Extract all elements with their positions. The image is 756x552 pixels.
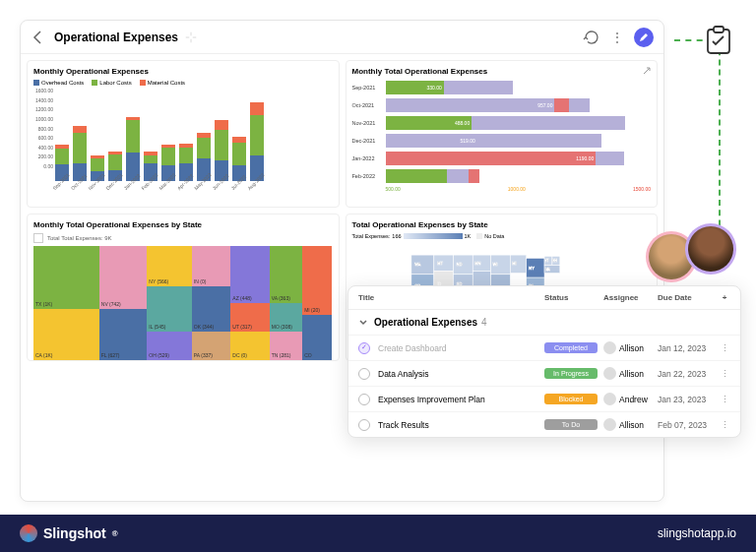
group-title: Operational Expenses [374, 317, 477, 328]
add-task-button[interactable]: + [719, 293, 730, 302]
more-icon[interactable]: ⋮ [719, 395, 730, 404]
svg-text:NH: NH [552, 259, 556, 263]
svg-text:WI: WI [492, 262, 497, 267]
card-title: Total Operational Expenses by State [352, 220, 652, 229]
dashboard-header: Operational Expenses ⋮ [21, 21, 663, 54]
expand-icon[interactable] [643, 67, 651, 75]
logo-mark-icon [20, 524, 37, 542]
svg-text:MI: MI [512, 261, 516, 266]
status-badge[interactable]: Completed [544, 342, 598, 353]
connector-line [719, 39, 721, 256]
task-row[interactable]: Expenses Improvement PlanBlockedAndrewJa… [348, 386, 740, 411]
card-title: Monthly Total Operational Expenses [352, 67, 652, 76]
more-icon[interactable]: ⋮ [608, 29, 626, 46]
tasks-panel: Title Status Assignee Due Date + Operati… [347, 285, 741, 438]
task-checkbox[interactable] [358, 368, 370, 380]
avatar [603, 367, 616, 380]
refresh-icon[interactable] [583, 29, 600, 46]
task-row[interactable]: Data AnalysisIn ProgressAllisonJan 22, 2… [348, 360, 740, 386]
task-group-header[interactable]: Operational Expenses 4 [348, 310, 740, 335]
more-icon[interactable]: ⋮ [719, 420, 730, 430]
task-row[interactable]: Track ResultsTo DoAllisonFeb 07, 2023⋮ [348, 411, 740, 437]
task-row[interactable]: Create DashboardCompletedAllisonJan 12, … [348, 335, 740, 360]
footer-url: slingshotapp.io [658, 526, 736, 540]
task-checkbox[interactable] [358, 342, 370, 354]
footer: Slingshot® slingshotapp.io [0, 515, 756, 552]
assignee-cell[interactable]: Andrew [603, 393, 658, 405]
group-count: 4 [481, 317, 487, 328]
svg-text:WA: WA [414, 262, 421, 267]
card-monthly-expenses: Monthly Operational Expenses Overhead Co… [27, 60, 340, 208]
svg-rect-31 [714, 27, 724, 32]
assignee-cell[interactable]: Allison [603, 367, 658, 380]
card-monthly-total: Monthly Total Operational Expenses Sep-2… [346, 60, 659, 208]
due-date: Jan 23, 2023 [658, 395, 719, 404]
svg-text:NY: NY [529, 266, 535, 271]
avatar [603, 341, 616, 354]
svg-text:VT: VT [544, 259, 548, 263]
tasks-header: Title Status Assignee Due Date + [348, 286, 740, 310]
due-date: Jan 12, 2023 [658, 343, 719, 353]
more-icon[interactable]: ⋮ [719, 369, 730, 379]
avatar [603, 418, 616, 431]
due-date: Jan 22, 2023 [658, 369, 719, 379]
chevron-down-icon [358, 318, 368, 328]
svg-text:MN: MN [474, 261, 480, 266]
column-status: Status [544, 293, 603, 302]
clipboard-icon [706, 26, 731, 55]
column-date: Due Date [658, 293, 719, 302]
task-title: Create Dashboard [378, 343, 544, 353]
map-legend: Total Expenses: 166 1K No Data [352, 233, 652, 239]
edit-button[interactable] [634, 28, 654, 47]
more-icon[interactable]: ⋮ [719, 343, 730, 353]
hbar-chart: Sep-2021330.00Oct-2021957.00Nov-2021488.… [352, 80, 652, 184]
avatar [685, 223, 736, 275]
grid-icon [33, 233, 43, 243]
column-assignee: Assignee [603, 293, 658, 302]
page-title: Operational Expenses [54, 31, 178, 44]
task-title: Expenses Improvement Plan [378, 395, 544, 404]
card-treemap: Monthly Total Operational Expenses by St… [27, 214, 340, 361]
assignee-cell[interactable]: Allison [603, 341, 658, 354]
task-title: Track Results [378, 420, 544, 430]
bar-chart: 1600.001400.001200.001000.00800.00600.00… [33, 88, 333, 181]
svg-text:ND: ND [456, 262, 462, 267]
sparkle-icon [184, 31, 198, 44]
back-arrow-icon[interactable] [31, 30, 46, 45]
avatar [603, 393, 616, 405]
due-date: Feb 07, 2023 [658, 420, 719, 430]
task-title: Data Analysis [378, 369, 544, 379]
status-badge[interactable]: To Do [544, 419, 598, 430]
legend: Overhead Costs Labor Costs Material Cost… [33, 80, 333, 86]
task-checkbox[interactable] [358, 394, 370, 405]
treemap: TX (1K)CA (1K)NV (742)FL (627)NY (566)IL… [33, 246, 333, 360]
card-title: Monthly Operational Expenses [33, 67, 333, 76]
column-title: Title [358, 293, 544, 302]
status-badge[interactable]: Blocked [544, 394, 598, 404]
brand-logo: Slingshot® [20, 524, 118, 542]
svg-text:MT: MT [437, 261, 443, 266]
svg-text:MA: MA [545, 268, 549, 272]
assignee-cell[interactable]: Allison [603, 418, 658, 431]
status-badge[interactable]: In Progress [544, 368, 598, 379]
card-title: Monthly Total Operational Expenses by St… [33, 220, 333, 229]
task-checkbox[interactable] [358, 419, 370, 431]
